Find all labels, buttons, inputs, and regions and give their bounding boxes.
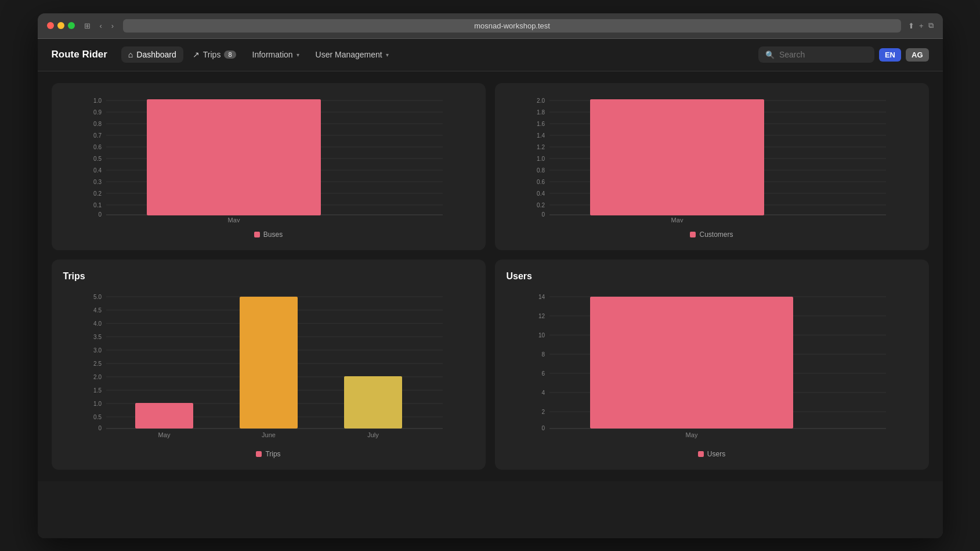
- close-button[interactable]: [47, 22, 54, 29]
- buses-legend-dot: [254, 232, 260, 237]
- new-tab-icon[interactable]: +: [919, 21, 924, 30]
- browser-window: ⊞ ‹ › mosnad-workshop.test ⬆ + ⧉ Route R…: [38, 13, 943, 538]
- svg-text:2.0: 2.0: [93, 374, 102, 380]
- customers-legend-label: Customers: [699, 231, 733, 239]
- svg-text:12: 12: [538, 313, 545, 319]
- browser-controls: ⊞ ‹ ›: [82, 20, 117, 31]
- browser-actions: ⬆ + ⧉: [908, 21, 934, 30]
- svg-text:1.8: 1.8: [537, 109, 545, 116]
- trips-chart-svg: 5.0 4.5 4.0 3.5 3.0 2.5 2.0 1.5 1.0 0.5 …: [63, 291, 474, 442]
- svg-text:10: 10: [538, 332, 545, 338]
- trips-legend: Trips: [63, 450, 474, 458]
- user-management-dropdown-icon: ▾: [386, 52, 389, 58]
- users-chart-card: Users 14 12 10 8 6 4 2 0: [495, 260, 929, 470]
- home-icon: ⌂: [128, 50, 133, 59]
- svg-text:0.9: 0.9: [93, 109, 102, 116]
- search-box[interactable]: 🔍: [758, 46, 874, 63]
- svg-text:0.2: 0.2: [537, 202, 545, 208]
- avatar-button[interactable]: AG: [906, 48, 929, 62]
- users-chart-title: Users: [507, 271, 917, 282]
- svg-text:0.5: 0.5: [93, 414, 102, 420]
- svg-text:4.0: 4.0: [93, 320, 102, 327]
- svg-text:July: July: [367, 431, 379, 438]
- svg-rect-92: [590, 297, 793, 428]
- tabs-icon[interactable]: ⧉: [928, 21, 934, 30]
- svg-text:0.4: 0.4: [93, 167, 102, 174]
- user-management-label: User Management: [316, 50, 382, 59]
- svg-text:0.7: 0.7: [93, 132, 102, 139]
- nav-item-user-management[interactable]: User Management ▾: [309, 46, 396, 63]
- svg-text:0.2: 0.2: [93, 190, 102, 197]
- buses-legend-label: Buses: [263, 231, 283, 239]
- svg-text:14: 14: [538, 294, 545, 300]
- navbar: Route Rider ⌂ Dashboard ↗ Trips 8 Inform…: [38, 39, 943, 71]
- svg-text:June: June: [262, 431, 276, 438]
- svg-text:4: 4: [541, 390, 545, 396]
- traffic-lights: [47, 22, 75, 29]
- back-button[interactable]: ‹: [97, 20, 104, 31]
- svg-text:3.5: 3.5: [93, 334, 102, 340]
- svg-text:May: May: [227, 217, 240, 222]
- svg-text:0: 0: [541, 211, 545, 218]
- svg-text:1.2: 1.2: [537, 144, 545, 150]
- svg-text:1.0: 1.0: [537, 156, 545, 162]
- app-container: Route Rider ⌂ Dashboard ↗ Trips 8 Inform…: [38, 39, 943, 538]
- svg-text:0: 0: [98, 425, 102, 431]
- buses-legend: Buses: [63, 231, 474, 239]
- svg-text:1.5: 1.5: [93, 387, 102, 394]
- svg-text:1.0: 1.0: [93, 401, 102, 407]
- language-button[interactable]: EN: [879, 48, 901, 62]
- svg-text:2.0: 2.0: [537, 98, 545, 104]
- users-legend-label: Users: [707, 450, 725, 458]
- svg-text:1.0: 1.0: [93, 98, 102, 104]
- svg-text:0.8: 0.8: [93, 121, 102, 127]
- svg-text:8: 8: [541, 351, 545, 358]
- svg-text:4.5: 4.5: [93, 307, 102, 314]
- svg-text:0.6: 0.6: [537, 179, 545, 185]
- search-icon: 🔍: [765, 51, 775, 59]
- buses-chart-svg: 1.0 0.9 0.8 0.7 0.6 0.5 0.4 0.3 0.2 0.1 …: [63, 95, 474, 222]
- trips-chart-card: Trips 5.0 4.5 4.0 3.5 3.0 2.5 2.0 1.5 1.…: [52, 260, 486, 470]
- minimize-button[interactable]: [57, 22, 64, 29]
- svg-text:0.4: 0.4: [537, 190, 545, 197]
- information-dropdown-icon: ▾: [296, 52, 299, 58]
- svg-text:0.3: 0.3: [93, 179, 102, 185]
- svg-text:May: May: [685, 431, 697, 438]
- customers-chart-svg: 2.0 1.8 1.6 1.4 1.2 1.0 0.8 0.6 0.4 0.2 …: [507, 95, 917, 222]
- forward-button[interactable]: ›: [109, 20, 116, 31]
- svg-text:1.6: 1.6: [537, 121, 545, 127]
- url-text: mosnad-workshop.test: [474, 21, 550, 30]
- svg-text:6: 6: [541, 370, 545, 377]
- svg-rect-46: [590, 99, 764, 215]
- svg-text:2: 2: [541, 409, 545, 415]
- nav-item-dashboard[interactable]: ⌂ Dashboard: [121, 46, 183, 63]
- trips-legend-dot: [256, 451, 262, 457]
- svg-text:0.1: 0.1: [93, 202, 102, 208]
- logo: Route Rider: [52, 49, 107, 60]
- dashboard-label: Dashboard: [136, 50, 176, 59]
- address-bar[interactable]: mosnad-workshop.test: [123, 19, 901, 33]
- trips-badge: 8: [224, 51, 236, 59]
- trips-chart-title: Trips: [63, 271, 474, 282]
- customers-chart-card: 2.0 1.8 1.6 1.4 1.2 1.0 0.8 0.6 0.4 0.2 …: [495, 83, 929, 250]
- trips-legend-label: Trips: [265, 450, 280, 458]
- svg-text:0.8: 0.8: [537, 167, 545, 174]
- svg-text:1.4: 1.4: [537, 132, 545, 139]
- nav-item-trips[interactable]: ↗ Trips 8: [186, 46, 243, 63]
- share-icon[interactable]: ⬆: [908, 21, 914, 30]
- svg-rect-70: [135, 403, 193, 428]
- main-content: 1.0 0.9 0.8 0.7 0.6 0.5 0.4 0.3 0.2 0.1 …: [38, 71, 943, 481]
- information-label: Information: [252, 50, 293, 59]
- nav-items: ⌂ Dashboard ↗ Trips 8 Information ▾ User…: [121, 46, 754, 63]
- browser-chrome: ⊞ ‹ › mosnad-workshop.test ⬆ + ⧉: [38, 13, 943, 39]
- svg-text:May: May: [158, 431, 170, 438]
- svg-text:5.0: 5.0: [93, 294, 102, 300]
- customers-legend-dot: [690, 232, 696, 237]
- nav-item-information[interactable]: Information ▾: [245, 46, 306, 63]
- search-input[interactable]: [779, 50, 860, 59]
- maximize-button[interactable]: [68, 22, 75, 29]
- svg-text:0.5: 0.5: [93, 156, 102, 162]
- sidebar-toggle-button[interactable]: ⊞: [82, 20, 93, 31]
- top-charts: 1.0 0.9 0.8 0.7 0.6 0.5 0.4 0.3 0.2 0.1 …: [52, 83, 929, 250]
- svg-text:0: 0: [98, 211, 102, 218]
